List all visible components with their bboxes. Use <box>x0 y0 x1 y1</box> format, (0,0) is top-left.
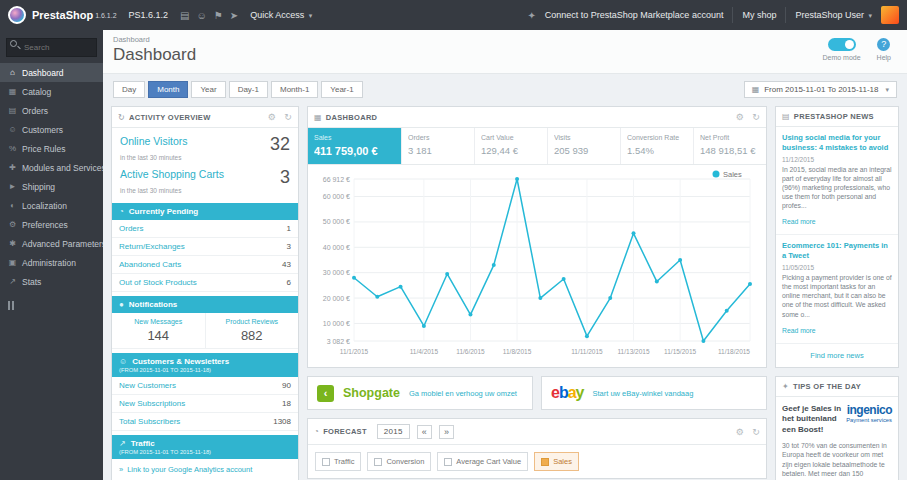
range-button-year-1[interactable]: Year-1 <box>321 81 362 98</box>
marketplace-link[interactable]: Connect to PrestaShop Marketplace accoun… <box>545 10 724 20</box>
avatar[interactable] <box>881 6 899 24</box>
gear-icon[interactable]: ⚙ <box>268 112 276 122</box>
sidebar-item-stats[interactable]: ↗Stats <box>0 272 103 291</box>
news-article-title[interactable]: Ecommerce 101: Payments in a Tweet <box>782 241 892 261</box>
range-button-year[interactable]: Year <box>191 81 225 98</box>
date-range-value: From 2015-11-01 To 2015-11-18 <box>764 85 878 94</box>
kpi-visits[interactable]: Visits 205 939 <box>548 128 621 164</box>
range-button-month-1[interactable]: Month-1 <box>271 81 318 98</box>
quick-access-menu[interactable]: Quick Access ▾ <box>250 10 312 20</box>
page-title: Dashboard <box>103 44 907 67</box>
row-label: Abandoned Carts <box>119 260 181 269</box>
flag-icon[interactable]: ⚑ <box>214 10 223 21</box>
user-menu[interactable]: PrestaShop User ▾ <box>795 10 872 20</box>
forecast-metric-average-cart-value[interactable]: Average Cart Value <box>437 452 528 471</box>
find-more-news-link[interactable]: Find more news <box>776 344 898 367</box>
row-label: Orders <box>119 224 143 233</box>
prestashop-logo[interactable] <box>8 6 26 24</box>
checkbox-icon <box>541 458 549 466</box>
orders-icon: ▤ <box>8 106 17 115</box>
row-value: 6 <box>287 278 291 287</box>
ebay-promo-card[interactable]: ebay Start uw eBay-winkel vandaag <box>541 376 767 410</box>
kpi-cart-value[interactable]: Cart Value 129,44 € <box>475 128 548 164</box>
forecast-year-select[interactable]: 2015 <box>377 424 410 439</box>
pending-row-orders[interactable]: Orders 1 <box>112 220 298 238</box>
row-value: 1308 <box>273 417 291 426</box>
sidebar-collapse-button[interactable] <box>0 291 103 320</box>
range-button-day-1[interactable]: Day-1 <box>229 81 268 98</box>
news-article-excerpt: In 2015, social media are an integral pa… <box>782 165 892 211</box>
row-label: Total Subscribers <box>119 417 180 426</box>
new-messages-cell[interactable]: New Messages 144 <box>112 313 205 348</box>
kpi-sales[interactable]: Sales 411 759,00 € <box>308 128 402 164</box>
forecast-prev-button[interactable]: « <box>417 425 432 439</box>
metric-label: Conversion <box>386 457 424 466</box>
customers-icon: ☺ <box>8 125 17 134</box>
chevron-down-icon: ▾ <box>868 12 872 19</box>
date-range-picker[interactable]: ▦ From 2015-11-01 To 2015-11-18 ▾ <box>744 81 897 98</box>
forecast-metric-traffic[interactable]: Traffic <box>315 452 361 471</box>
person-icon[interactable]: ☺ <box>197 10 207 21</box>
cell-label: Product Reviews <box>208 318 297 325</box>
kpi-net-profit[interactable]: Net Profit 148 918,51 € <box>694 128 766 164</box>
sidebar-item-preferences[interactable]: ⚙Preferences <box>0 215 103 234</box>
breadcrumb[interactable]: Dashboard <box>103 33 907 44</box>
refresh-icon[interactable]: ↻ <box>284 112 292 122</box>
sidebar-item-shipping[interactable]: ►Shipping <box>0 177 103 196</box>
sidebar-item-orders[interactable]: ▤Orders <box>0 101 103 120</box>
gear-icon[interactable]: ⚙ <box>736 112 744 122</box>
customers-row-total-subscribers[interactable]: Total Subscribers 1308 <box>112 413 298 431</box>
ebay-promo-link[interactable]: Start uw eBay-winkel vandaag <box>593 389 694 398</box>
google-analytics-link[interactable]: » Link to your Google Analytics account <box>112 459 298 480</box>
range-button-day[interactable]: Day <box>113 81 145 98</box>
kpi-label: Sales <box>314 134 395 141</box>
forecast-metric-conversion[interactable]: Conversion <box>367 452 431 471</box>
online-visitors-link[interactable]: Online Visitors <box>120 135 188 147</box>
advanced-parameters-icon: ✱ <box>8 239 17 248</box>
kpi-label: Conversion Rate <box>627 134 687 141</box>
sidebar-item-modules[interactable]: ✚Modules and Services <box>0 158 103 177</box>
gear-icon[interactable]: ⚙ <box>736 427 744 437</box>
sales-line-chart[interactable]: 66 912 €60 000 €50 000 €40 000 €30 000 €… <box>308 165 766 367</box>
sidebar-item-price-rules[interactable]: %Price Rules <box>0 139 103 158</box>
my-shop-link[interactable]: My shop <box>742 10 776 20</box>
quick-access-label: Quick Access <box>250 10 304 20</box>
refresh-icon[interactable]: ↻ <box>752 112 760 122</box>
sidebar-item-dashboard[interactable]: ⌂Dashboard <box>0 63 103 82</box>
search-icon <box>10 40 17 47</box>
read-more-link[interactable]: Read more <box>782 327 816 334</box>
help-icon[interactable]: ? <box>877 38 890 51</box>
sidebar-item-customers[interactable]: ☺Customers <box>0 120 103 139</box>
ebay-letter: a <box>568 384 576 401</box>
customers-row-new-customers[interactable]: New Customers 90 <box>112 377 298 395</box>
shopgate-promo-link[interactable]: Ga mobiel en verhoog uw omzet <box>409 389 517 398</box>
refresh-icon[interactable]: ↻ <box>752 427 760 437</box>
range-button-month[interactable]: Month <box>148 81 188 98</box>
active-carts-link[interactable]: Active Shopping Carts <box>120 168 224 180</box>
kpi-orders[interactable]: Orders 3 181 <box>402 128 475 164</box>
sidebar-item-advanced-parameters[interactable]: ✱Advanced Parameters <box>0 234 103 253</box>
sidebar-menu: ⌂Dashboard ▦Catalog ▤Orders ☺Customers %… <box>0 63 103 291</box>
read-more-link[interactable]: Read more <box>782 218 816 225</box>
forecast-metric-sales[interactable]: Sales <box>534 452 579 471</box>
product-reviews-cell[interactable]: Product Reviews 882 <box>205 313 299 348</box>
pending-row-out-of-stock[interactable]: Out of Stock Products 6 <box>112 274 298 292</box>
shopgate-promo-card[interactable]: ‹ Shopgate Ga mobiel en verhoog uw omzet <box>307 376 533 410</box>
forecast-icon: ◔ <box>314 427 319 436</box>
customers-row-new-subscriptions[interactable]: New Subscriptions 18 <box>112 395 298 413</box>
sidebar-item-localization[interactable]: ◐Localization <box>0 196 103 215</box>
help-label: Help <box>877 54 891 61</box>
news-article-title[interactable]: Using social media for your business: 4 … <box>782 133 892 153</box>
lightbulb-icon: ✦ <box>782 382 789 391</box>
google-analytics-link-label: Link to your Google Analytics account <box>127 465 252 474</box>
forecast-next-button[interactable]: » <box>439 425 454 439</box>
rocket-icon[interactable]: ➤ <box>230 10 238 21</box>
sidebar-item-administration[interactable]: ▣Administration <box>0 253 103 272</box>
sidebar-item-catalog[interactable]: ▦Catalog <box>0 82 103 101</box>
demo-mode-toggle[interactable] <box>828 38 856 51</box>
shop-name[interactable]: PS1.6.1.2 <box>129 10 169 20</box>
cart-icon[interactable]: ▤ <box>180 10 189 21</box>
pending-row-returns[interactable]: Return/Exchanges 3 <box>112 238 298 256</box>
kpi-conversion-rate[interactable]: Conversion Rate 1.54% <box>621 128 694 164</box>
pending-row-abandoned-carts[interactable]: Abandoned Carts 43 <box>112 256 298 274</box>
